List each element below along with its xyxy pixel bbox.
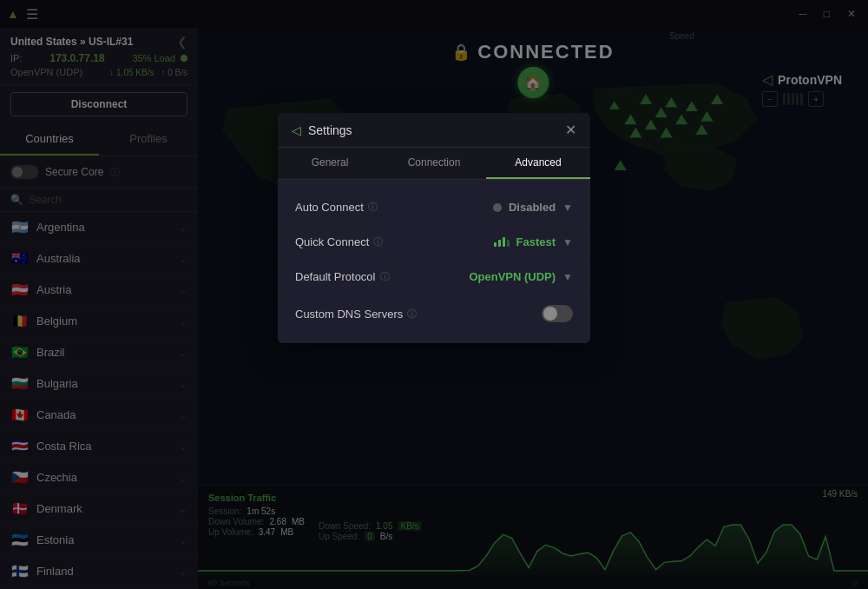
tab-general[interactable]: General <box>278 148 382 179</box>
modal-tabs: General Connection Advanced <box>278 148 590 180</box>
quick-connect-value[interactable]: Fastest ▼ <box>494 235 573 248</box>
default-protocol-label: Default Protocol ⓘ <box>295 270 462 283</box>
protocol-value[interactable]: OpenVPN (UDP) ▼ <box>469 270 573 283</box>
modal-content: Auto Connect ⓘ Disabled ▼ Quick Connect … <box>278 180 590 343</box>
custom-dns-row: Custom DNS Servers ⓘ <box>278 294 590 333</box>
quick-connect-dropdown-arrow: ▼ <box>562 236 573 248</box>
settings-modal: ◁ Settings ✕ General Connection Advanced… <box>278 113 590 343</box>
dns-toggle-knob <box>543 307 557 321</box>
custom-dns-toggle[interactable] <box>542 305 573 322</box>
signal-bars-icon <box>494 237 510 247</box>
auto-connect-dropdown-arrow: ▼ <box>562 202 573 214</box>
modal-title-row: ◁ Settings <box>292 123 352 137</box>
custom-dns-label: Custom DNS Servers ⓘ <box>295 308 535 321</box>
modal-close-button[interactable]: ✕ <box>565 122 576 138</box>
auto-connect-info-icon[interactable]: ⓘ <box>368 201 378 214</box>
modal-header: ◁ Settings ✕ <box>278 113 590 148</box>
protocol-text: OpenVPN (UDP) <box>469 270 556 283</box>
quick-connect-text: Fastest <box>516 235 556 248</box>
tab-connection[interactable]: Connection <box>382 148 486 179</box>
quick-connect-row: Quick Connect ⓘ Fastest ▼ <box>278 225 590 260</box>
auto-connect-text: Disabled <box>509 201 556 214</box>
settings-icon: ◁ <box>292 123 301 137</box>
tab-advanced[interactable]: Advanced <box>486 148 590 179</box>
auto-connect-value[interactable]: Disabled ▼ <box>493 201 573 214</box>
quick-connect-label: Quick Connect ⓘ <box>295 235 487 248</box>
auto-connect-dot <box>493 203 502 212</box>
modal-overlay: ◁ Settings ✕ General Connection Advanced… <box>0 0 868 589</box>
dns-info-icon[interactable]: ⓘ <box>407 308 417 321</box>
protocol-info-icon[interactable]: ⓘ <box>380 270 390 283</box>
default-protocol-row: Default Protocol ⓘ OpenVPN (UDP) ▼ <box>278 260 590 294</box>
quick-connect-info-icon[interactable]: ⓘ <box>373 235 383 248</box>
auto-connect-row: Auto Connect ⓘ Disabled ▼ <box>278 190 590 225</box>
protocol-dropdown-arrow: ▼ <box>562 271 573 283</box>
auto-connect-label: Auto Connect ⓘ <box>295 201 486 214</box>
modal-title: Settings <box>308 123 352 137</box>
